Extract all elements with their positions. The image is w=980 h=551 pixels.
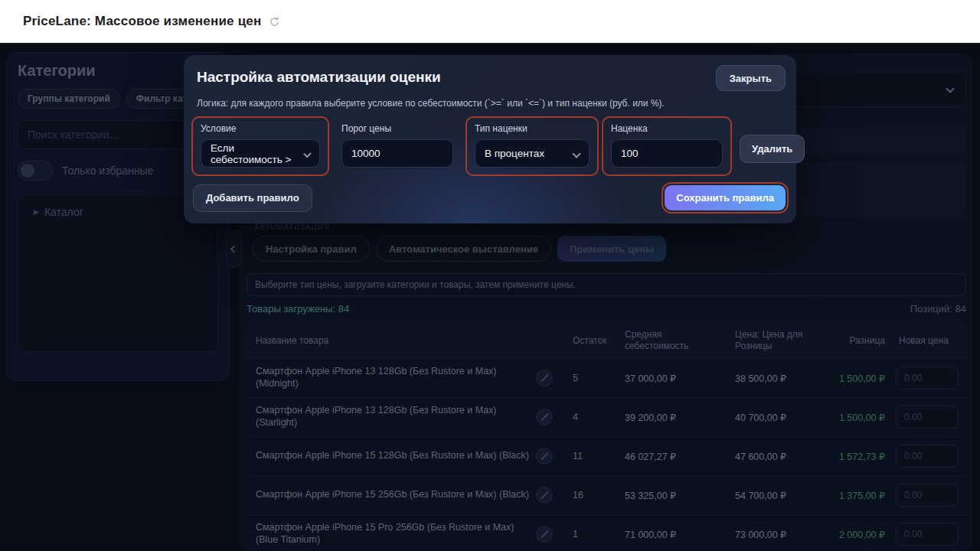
close-button[interactable]: Закрыть <box>716 65 786 91</box>
new-price-input[interactable] <box>896 523 959 546</box>
add-rule-button[interactable]: Добавить правило <box>193 184 312 212</box>
retail-price-value: 73 000,00 ₽ <box>718 529 825 540</box>
no-image-icon <box>536 487 553 504</box>
threshold-input[interactable] <box>341 139 453 168</box>
delete-rule-button[interactable]: Удалить <box>740 135 805 163</box>
col-header-diff: Разница <box>825 335 888 347</box>
save-button-highlight-ring: Сохранить правила <box>662 182 789 214</box>
table-row: Смартфон Apple iPhone 15 128Gb (Без Rust… <box>247 436 966 475</box>
avg-cost-value: 39 200,00 ₽ <box>609 412 718 423</box>
stock-value: 11 <box>562 451 609 461</box>
hint-text: Выберите тип цены, загрузите категории и… <box>255 279 576 290</box>
new-price-input[interactable] <box>896 367 959 390</box>
product-name: Смартфон Apple iPhone 15 128Gb (Без Rust… <box>256 450 536 462</box>
positions-count-label: Позиций: 84 <box>910 303 966 315</box>
diff-value: 1 572,73 ₽ <box>825 451 888 462</box>
new-price-input[interactable] <box>896 445 959 468</box>
retail-price-value: 40 700,00 ₽ <box>718 412 825 423</box>
col-header-stock: Остаток <box>562 335 609 347</box>
new-price-input[interactable] <box>896 484 959 507</box>
top-header: PriceLane: Массовое изменение цен <box>0 0 980 44</box>
table-row: Смартфон Apple iPhone 15 256Gb (Без Rust… <box>247 475 966 514</box>
stock-value: 16 <box>562 490 609 500</box>
rule-fields-row: Условие Если себестоимость > Порог цены … <box>191 116 786 176</box>
new-price-cell <box>888 406 975 429</box>
col-header-cost: Средняя себестоимость <box>609 329 718 352</box>
favorites-toggle[interactable] <box>18 161 53 181</box>
no-image-icon <box>536 526 553 543</box>
condition-label: Условие <box>201 123 320 134</box>
sidebar-collapse-handle[interactable] <box>226 230 242 268</box>
avg-cost-value: 46 027,27 ₽ <box>609 451 718 462</box>
new-price-cell <box>888 484 975 507</box>
apply-prices-button[interactable]: Применить цены <box>557 236 666 262</box>
markup-input[interactable] <box>611 139 723 168</box>
tab-category-groups[interactable]: Группы категорий <box>18 89 120 109</box>
tree-item-label: Каталог <box>44 206 83 218</box>
table-body: Смартфон Apple iPhone 13 128Gb (Без Rust… <box>247 358 966 551</box>
markup-type-select[interactable]: В процентах <box>475 139 590 168</box>
col-header-name: Название товара <box>256 335 536 347</box>
refresh-icon[interactable] <box>269 16 280 28</box>
diff-value: 2 000,00 ₽ <box>825 529 888 540</box>
markup-type-value: В процентах <box>485 148 544 159</box>
product-image-cell <box>536 409 562 425</box>
automation-section-label: АВТОМАТИЗАЦИЯ <box>254 223 330 231</box>
products-table: Название товара Остаток Средняя себестои… <box>247 323 966 551</box>
new-price-input[interactable] <box>896 406 959 429</box>
retail-price-value: 38 500,00 ₽ <box>718 373 825 384</box>
product-image-cell <box>536 526 562 543</box>
table-row: Смартфон Apple iPhone 15 Pro 256Gb (Без … <box>247 514 966 551</box>
automation-settings-modal: Настройка автоматизации оценки Закрыть Л… <box>184 55 796 223</box>
product-name: Смартфон Apple iPhone 15 256Gb (Без Rust… <box>256 489 536 501</box>
new-price-cell <box>888 367 975 390</box>
app-window: PriceLane: Массовое изменение цен АВТОМА… <box>0 0 980 551</box>
modal-title: Настройка автоматизации оценки <box>197 69 441 86</box>
chevron-down-icon <box>946 84 954 93</box>
avg-cost-value: 53 325,00 ₽ <box>609 490 718 501</box>
save-rules-button[interactable]: Сохранить правила <box>665 185 786 210</box>
chevron-down-icon <box>303 149 311 157</box>
markup-label: Наценка <box>611 123 723 134</box>
threshold-field-group: Порог цены <box>332 116 462 176</box>
table-header-row: Название товара Остаток Средняя себестои… <box>247 323 966 358</box>
hint-box: Выберите тип цены, загрузите категории и… <box>247 273 966 296</box>
product-image-cell <box>536 370 562 386</box>
auto-pricing-button[interactable]: Автоматическое выставление <box>376 236 551 262</box>
product-image-cell <box>536 448 562 465</box>
tree-item-catalog[interactable]: ▶ Каталог <box>34 206 202 218</box>
no-image-icon <box>536 448 553 465</box>
table-row: Смартфон Apple iPhone 13 128Gb (Без Rust… <box>247 397 966 436</box>
avg-cost-value: 71 000,00 ₽ <box>609 529 718 540</box>
page-title: PriceLane: Массовое изменение цен <box>23 14 261 29</box>
retail-price-value: 47 600,00 ₽ <box>718 451 825 462</box>
new-price-cell <box>888 445 975 468</box>
condition-value: Если себестоимость > <box>211 142 297 165</box>
modal-subtitle: Логика: для каждого правила выберите усл… <box>197 98 665 109</box>
markup-type-field-group: Тип наценки В процентах <box>466 116 599 176</box>
favorites-toggle-label: Только избранные <box>62 165 153 177</box>
condition-field-group: Условие Если себестоимость > <box>191 116 329 176</box>
modal-footer: Добавить правило Сохранить правила <box>193 182 789 214</box>
stock-value: 4 <box>562 412 609 422</box>
product-image-cell <box>536 487 562 504</box>
loaded-count-label: Товары загружены: 84 <box>247 303 349 315</box>
rules-setup-button[interactable]: Настройка правил <box>253 236 370 262</box>
status-row: Товары загружены: 84 Позиций: 84 <box>247 303 966 315</box>
diff-value: 1 500,00 ₽ <box>825 412 888 423</box>
product-name: Смартфон Apple iPhone 15 Pro 256Gb (Без … <box>256 522 536 546</box>
product-name: Смартфон Apple iPhone 13 128Gb (Без Rust… <box>256 405 536 429</box>
toggle-knob-icon <box>21 164 34 178</box>
stock-value: 1 <box>562 529 609 540</box>
markup-field-group: Наценка <box>602 116 732 176</box>
stock-value: 5 <box>562 373 609 383</box>
col-header-price: Цена: Цена для Розницы <box>718 329 825 352</box>
chevron-left-icon <box>230 245 238 253</box>
threshold-label: Порог цены <box>341 123 453 134</box>
expand-arrow-icon: ▶ <box>34 208 39 216</box>
diff-value: 1 500,00 ₽ <box>825 373 888 384</box>
no-image-icon <box>536 370 553 386</box>
chevron-down-icon <box>572 149 580 158</box>
condition-select[interactable]: Если себестоимость > <box>201 139 320 168</box>
product-name: Смартфон Apple iPhone 13 128Gb (Без Rust… <box>256 366 536 390</box>
